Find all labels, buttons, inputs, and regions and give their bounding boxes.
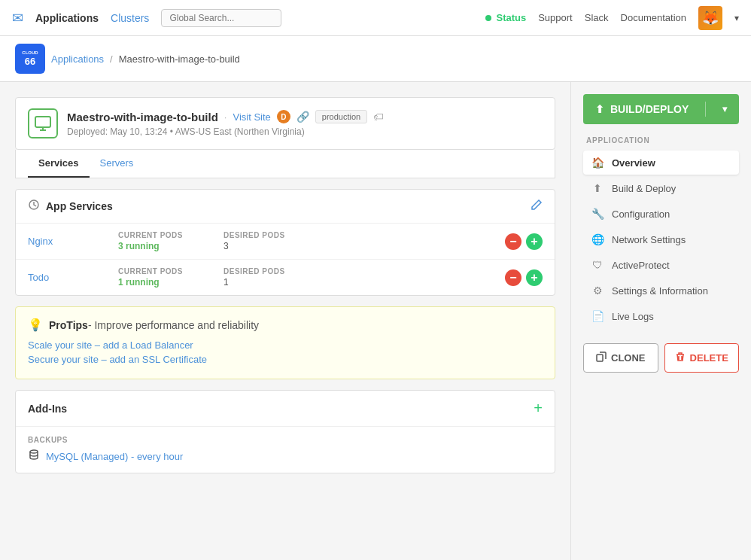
todo-desired-label: DESIRED PODS xyxy=(223,267,314,275)
nginx-desired-pods: DESIRED PODS 3 xyxy=(223,231,314,251)
sidebar-configuration-label: Configuration xyxy=(612,208,670,220)
mail-icon[interactable]: ✉ xyxy=(12,10,23,26)
action-buttons: CLONE DELETE xyxy=(583,343,739,373)
protips-title-row: 💡 ProTips- Improve performance and relia… xyxy=(28,318,543,332)
delete-button[interactable]: DELETE xyxy=(664,343,740,373)
visit-site-link[interactable]: Visit Site xyxy=(233,111,270,123)
app-header: Maestro-with-image-to-build · Visit Site… xyxy=(15,97,555,150)
top-nav: ✉ Applications Clusters Status Support S… xyxy=(0,0,751,36)
sidebar-live-logs-label: Live Logs xyxy=(612,311,654,322)
build-deploy-label: BUILD/DEPLOY xyxy=(610,103,689,115)
logs-icon: 📄 xyxy=(591,310,604,322)
db-icon xyxy=(28,449,40,464)
app-header-info: Maestro-with-image-to-build · Visit Site… xyxy=(67,110,543,137)
protips-title-text: ProTips xyxy=(49,319,88,331)
status-section: Status xyxy=(485,12,526,23)
status-label[interactable]: Status xyxy=(496,12,526,23)
deployed-text: Deployed: May 10, 13:24 xyxy=(67,126,167,137)
app-services-title: App Services xyxy=(46,200,113,212)
todo-decrease-btn[interactable]: − xyxy=(505,269,521,286)
clone-button[interactable]: CLONE xyxy=(583,343,658,373)
tabs-bar: Services Servers xyxy=(15,150,555,178)
clone-label: CLONE xyxy=(611,352,646,364)
delete-label: DELETE xyxy=(690,352,728,364)
gear-icon: ⚙ xyxy=(591,285,604,297)
tab-services[interactable]: Services xyxy=(28,150,90,178)
cloud66-logo: CLOUD 66 xyxy=(15,44,45,74)
sidebar-item-activeprotect[interactable]: 🛡 ActiveProtect xyxy=(583,253,739,277)
prod-badge: production xyxy=(315,110,367,123)
sidebar-overview-label: Overview xyxy=(612,157,655,169)
todo-name[interactable]: Todo xyxy=(28,272,103,283)
todo-current-pods: CURRENT PODS 1 running xyxy=(118,267,208,288)
addins-card: Add-Ins + BACKUPS MySQL (Managed) - ever… xyxy=(15,390,555,473)
sidebar-item-build-deploy[interactable]: ⬆ Build & Deploy xyxy=(583,176,739,200)
nav-documentation[interactable]: Documentation xyxy=(621,12,686,23)
globe-icon: 🌐 xyxy=(591,233,604,245)
add-icon[interactable]: + xyxy=(534,400,543,417)
services-icon xyxy=(28,199,40,214)
btn-divider xyxy=(705,102,706,117)
deploy-badge: D xyxy=(277,110,290,123)
sidebar-item-live-logs[interactable]: 📄 Live Logs xyxy=(583,304,739,328)
section-header: App Services xyxy=(16,190,555,224)
todo-current-value: 1 running xyxy=(118,277,208,288)
todo-increase-btn[interactable]: + xyxy=(526,269,543,286)
nav-right-links: Support Slack Documentation xyxy=(538,12,686,23)
todo-desired-value: 1 xyxy=(223,277,314,288)
nav-applications[interactable]: Applications xyxy=(35,12,99,24)
nav-clusters[interactable]: Clusters xyxy=(111,12,149,24)
protips-link-ssl[interactable]: Secure your site – add an SSL Certificat… xyxy=(28,354,543,365)
todo-desired-pods: DESIRED PODS 1 xyxy=(223,267,314,288)
link-icon[interactable]: 🔗 xyxy=(296,111,309,123)
nginx-decrease-btn[interactable]: − xyxy=(505,233,521,250)
trash-icon xyxy=(675,352,686,364)
logo-num-text: 66 xyxy=(25,56,35,68)
home-icon: 🏠 xyxy=(591,157,604,169)
right-sidebar: ⬆ BUILD/DEPLOY ▾ APPLIOCATION 🏠 Overview… xyxy=(570,82,751,560)
edit-icon[interactable] xyxy=(531,199,543,214)
breadcrumb-separator: / xyxy=(110,53,113,65)
logo-top-text: CLOUD xyxy=(22,50,38,56)
nav-links: Applications Clusters xyxy=(35,12,149,24)
breadcrumb-current: Maestro-with-image-to-build xyxy=(119,53,240,65)
protips-card: 💡 ProTips- Improve performance and relia… xyxy=(15,306,555,379)
global-search-input[interactable] xyxy=(161,9,281,27)
nav-slack[interactable]: Slack xyxy=(585,12,609,23)
chevron-down-icon[interactable]: ▾ xyxy=(734,13,739,23)
left-content: Maestro-with-image-to-build · Visit Site… xyxy=(0,82,570,560)
nginx-current-pods: CURRENT PODS 3 running xyxy=(118,231,208,251)
build-deploy-button[interactable]: ⬆ BUILD/DEPLOY ▾ xyxy=(583,94,739,124)
tag-icon[interactable]: 🏷 xyxy=(373,111,384,123)
app-location-label: APPLIOCATION xyxy=(583,136,739,145)
todo-pod-controls: − + xyxy=(505,269,543,286)
sidebar-item-network-settings[interactable]: 🌐 Network Settings xyxy=(583,227,739,251)
nginx-name[interactable]: Nginx xyxy=(28,236,103,247)
app-title-row: Maestro-with-image-to-build · Visit Site… xyxy=(67,110,543,123)
nginx-current-label: CURRENT PODS xyxy=(118,231,208,239)
build-deploy-chevron: ▾ xyxy=(722,104,727,114)
tab-servers[interactable]: Servers xyxy=(90,150,144,178)
nginx-desired-value: 3 xyxy=(223,241,314,251)
backups-section: BACKUPS MySQL (Managed) - every hour xyxy=(16,427,555,473)
sidebar-item-overview[interactable]: 🏠 Overview xyxy=(583,151,739,175)
svg-point-2 xyxy=(30,450,38,453)
shield-icon: 🛡 xyxy=(591,259,604,271)
protips-title: ProTips- Improve performance and reliabi… xyxy=(49,319,259,331)
bulb-icon: 💡 xyxy=(28,318,43,332)
avatar[interactable]: 🦊 xyxy=(698,6,722,30)
svg-rect-0 xyxy=(35,117,50,127)
app-name-dot: · xyxy=(224,111,227,123)
sidebar-item-configuration[interactable]: 🔧 Configuration xyxy=(583,202,739,226)
nav-support[interactable]: Support xyxy=(538,12,573,23)
addins-header: Add-Ins + xyxy=(16,391,555,427)
breadcrumb-apps-link[interactable]: Applications xyxy=(51,53,104,65)
region-text: AWS-US East (Northen Virginia) xyxy=(175,126,305,137)
app-name: Maestro-with-image-to-build xyxy=(67,111,218,123)
protips-subtitle: - Improve performance and reliability xyxy=(88,319,259,331)
nginx-increase-btn[interactable]: + xyxy=(526,233,543,250)
sidebar-item-settings[interactable]: ⚙ Settings & Information xyxy=(583,278,739,303)
backup-mysql-link[interactable]: MySQL (Managed) - every hour xyxy=(46,451,183,462)
protips-link-loadbalancer[interactable]: Scale your site – add a Load Balancer xyxy=(28,339,543,351)
meta-separator: • xyxy=(170,126,175,137)
